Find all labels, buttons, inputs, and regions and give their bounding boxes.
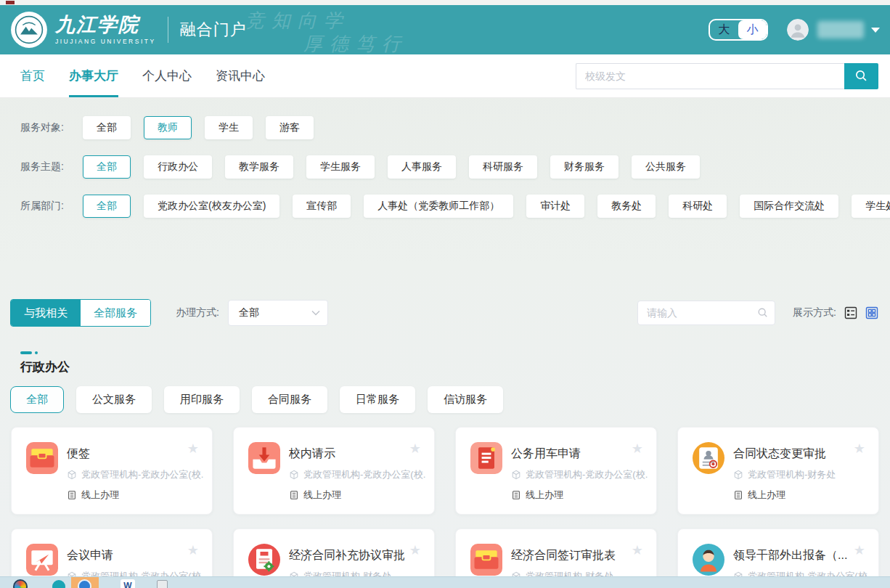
filter-options: 全部党政办公室(校友办公室)宣传部人事处（党委教师工作部）审计处教务处科研处国际… — [83, 195, 890, 218]
service-card[interactable]: 合同状态变更审批 ★ 党政管理机构-财务处 线上办理 — [677, 427, 879, 515]
filter-option[interactable]: 教师 — [144, 116, 192, 139]
service-search-input[interactable] — [637, 301, 775, 325]
chevron-down-icon — [311, 310, 320, 316]
service-organization: 党政管理机构-党政办公室(校... — [289, 468, 425, 481]
category-chip[interactable]: 全部 — [10, 386, 64, 413]
service-title: 经济合同补充协议审批 — [289, 548, 405, 563]
favorite-star-icon[interactable]: ★ — [187, 544, 199, 557]
organization-cube-icon — [511, 470, 521, 480]
service-organization: 党政管理机构-财务处 — [733, 468, 870, 481]
nav-tab[interactable]: 资讯中心 — [216, 54, 265, 97]
filter-option[interactable]: 学生服务 — [306, 155, 375, 179]
notepad-icon[interactable] — [157, 580, 168, 588]
favorite-star-icon[interactable]: ★ — [854, 544, 865, 557]
section-chips: 全部公文服务用印服务合同服务日常服务信访服务 — [10, 386, 515, 413]
browser-icon[interactable] — [13, 579, 28, 588]
search-input[interactable] — [576, 63, 844, 89]
nav-tabs: 首页 办事大厅 个人中心 资讯中心 — [20, 54, 289, 97]
nav-search — [576, 63, 878, 89]
portal-page: 九江学院 JIUJIANG UNIVERSITY 融合门户 竞知向学 厚德笃行 … — [0, 0, 890, 588]
service-title: 会议申请 — [67, 548, 113, 563]
motto-watermark-1: 竞知向学 — [245, 8, 350, 33]
university-name-block: 九江学院 JIUJIANG UNIVERSITY — [55, 15, 156, 44]
filter-option[interactable]: 人事服务 — [388, 155, 456, 179]
category-chip[interactable]: 信访服务 — [428, 386, 503, 413]
service-toolbar: 与我相关 全部服务 办理方式: 全部 展示方式: — [0, 299, 890, 327]
nav-bar: 首页 办事大厅 个人中心 资讯中心 — [0, 54, 890, 98]
service-method: 线上办理 — [289, 489, 341, 502]
username-redacted — [817, 21, 864, 38]
scope-toggle: 与我相关 全部服务 — [10, 299, 151, 327]
nav-tab[interactable]: 个人中心 — [142, 54, 192, 97]
filter-option[interactable]: 财务服务 — [550, 155, 618, 179]
motto-watermark-2: 厚德笃行 — [303, 31, 408, 57]
service-title: 校内请示 — [289, 446, 335, 462]
filter-options: 全部行政办公教学服务学生服务人事服务科研服务财务服务公共服务 — [83, 155, 880, 179]
tab-all-services[interactable]: 全部服务 — [81, 300, 150, 326]
window-chrome-strip — [0, 0, 890, 5]
nav-tab[interactable]: 办事大厅 — [69, 54, 118, 97]
user-menu-caret-icon[interactable] — [871, 28, 880, 33]
filter-option[interactable]: 全部 — [83, 195, 131, 218]
display-mode-label: 展示方式: — [793, 306, 836, 319]
user-avatar-icon[interactable] — [787, 19, 809, 41]
filter-option[interactable]: 审计处 — [526, 195, 584, 218]
magnifier-icon — [854, 69, 868, 83]
filter-option[interactable]: 公共服务 — [632, 155, 700, 179]
font-size-small-button[interactable]: 小 — [738, 20, 767, 39]
filter-option[interactable]: 科研处 — [669, 195, 727, 218]
filter-option[interactable]: 科研服务 — [469, 155, 537, 179]
service-card[interactable]: 便签 ★ 党政管理机构-党政办公室(校... 线上办理 — [11, 427, 213, 515]
favorite-star-icon[interactable]: ★ — [632, 442, 643, 455]
favorite-star-icon[interactable]: ★ — [409, 442, 421, 455]
filter-option[interactable]: 全部 — [83, 155, 131, 179]
filter-option[interactable]: 全部 — [83, 116, 131, 139]
category-chip[interactable]: 合同服务 — [252, 386, 327, 413]
list-view-icon[interactable] — [844, 306, 857, 319]
document-lines-icon — [733, 490, 743, 500]
word-icon[interactable]: W — [121, 579, 135, 588]
favorite-star-icon[interactable]: ★ — [187, 442, 199, 455]
filter-option[interactable]: 学生 — [205, 116, 253, 139]
service-organization: 党政管理机构-党政办公室(校... — [511, 468, 648, 481]
teal-app-icon[interactable] — [52, 580, 65, 588]
briefcase-note-icon — [470, 544, 502, 576]
category-chip[interactable]: 用印服务 — [164, 386, 240, 413]
organization-cube-icon — [67, 470, 77, 480]
filter-option[interactable]: 教务处 — [597, 195, 656, 218]
category-chip[interactable]: 日常服务 — [340, 386, 415, 413]
filter-option[interactable]: 宣传部 — [293, 195, 351, 218]
filter-option[interactable]: 国际合作交流处 — [740, 195, 838, 218]
font-size-large-button[interactable]: 大 — [710, 20, 738, 39]
service-card[interactable]: 校内请示 ★ 党政管理机构-党政办公室(校... 线上办理 — [233, 427, 435, 515]
filter-panel: 服务对象: 全部教师学生游客 服务主题: 全部行政办公教学服务学生服务人事服务科… — [0, 116, 890, 234]
service-organization: 党政管理机构-党政办公室(校... — [67, 468, 203, 481]
filter-option[interactable]: 人事处（党委教师工作部） — [364, 195, 513, 218]
tab-related-to-me[interactable]: 与我相关 — [11, 300, 81, 326]
filter-option[interactable]: 游客 — [266, 116, 314, 139]
method-label: 办理方式: — [176, 306, 219, 319]
grid-view-icon[interactable] — [865, 306, 878, 319]
service-title: 经济合同签订审批表 — [511, 548, 616, 563]
nav-tab[interactable]: 首页 — [20, 54, 45, 97]
favorite-star-icon[interactable]: ★ — [854, 442, 865, 455]
os-taskbar: W — [0, 576, 890, 588]
university-name: 九江学院 — [55, 15, 156, 35]
favorite-star-icon[interactable]: ★ — [632, 544, 643, 557]
red-document-icon — [470, 442, 502, 474]
blue-browser-icon[interactable] — [78, 579, 91, 588]
search-button[interactable] — [844, 63, 878, 89]
document-lines-icon — [67, 490, 77, 500]
filter-option[interactable]: 学生处 — [852, 195, 890, 218]
filter-option[interactable]: 行政办公 — [144, 155, 212, 179]
filter-option[interactable]: 党政办公室(校友办公室) — [144, 195, 279, 218]
filter-option[interactable]: 教学服务 — [225, 155, 293, 179]
method-select[interactable]: 全部 — [228, 300, 328, 326]
favorite-star-icon[interactable]: ★ — [409, 544, 421, 557]
service-card[interactable]: 公务用车申请 ★ 党政管理机构-党政办公室(校... 线上办理 — [455, 427, 657, 515]
service-method: 线上办理 — [511, 489, 563, 502]
service-title: 便签 — [67, 446, 90, 462]
category-chip[interactable]: 公文服务 — [76, 386, 152, 413]
university-seal-icon — [10, 11, 48, 49]
organization-cube-icon — [289, 470, 299, 480]
